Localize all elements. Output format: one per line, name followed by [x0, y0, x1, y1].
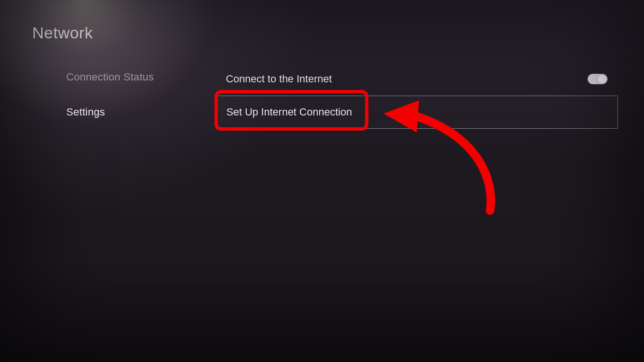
sidebar: Connection Status Settings [66, 71, 204, 118]
sidebar-item-label: Settings [66, 106, 105, 118]
content-panel: Connect to the Internet Set Up Internet … [215, 62, 618, 129]
sidebar-item-connection-status[interactable]: Connection Status [66, 71, 204, 83]
row-set-up-internet-connection[interactable]: Set Up Internet Connection [215, 96, 618, 129]
floor-shadow [0, 258, 644, 362]
sidebar-item-label: Connection Status [66, 71, 154, 83]
toggle-connect-to-internet[interactable] [588, 74, 608, 84]
page-title: Network [32, 24, 93, 42]
row-connect-to-internet[interactable]: Connect to the Internet [215, 62, 618, 96]
toggle-knob [598, 75, 607, 83]
row-label: Set Up Internet Connection [226, 106, 352, 118]
sidebar-item-settings[interactable]: Settings [66, 106, 204, 118]
row-label: Connect to the Internet [226, 73, 332, 85]
